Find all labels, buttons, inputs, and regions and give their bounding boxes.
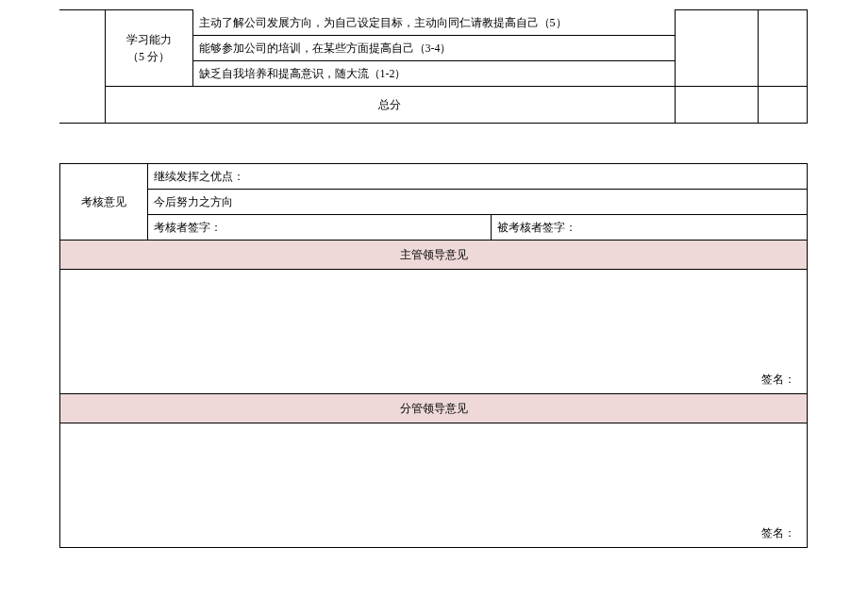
total-score-2 bbox=[759, 86, 808, 123]
strengths-cell: 继续发挥之优点： bbox=[148, 163, 808, 189]
criteria-cell: 主动了解公司发展方向，为自己设定目标，主动向同仁请教提高自己（5） 能够参加公司… bbox=[192, 10, 676, 87]
criteria-3: 缺乏自我培养和提高意识，随大流（1-2） bbox=[193, 60, 676, 86]
total-score-1 bbox=[676, 86, 759, 123]
strengths-row: 考核意见 继续发挥之优点： bbox=[60, 163, 808, 189]
supervisor-header: 主管领导意见 bbox=[60, 240, 808, 269]
direction-cell: 今后努力之方向 bbox=[148, 189, 808, 214]
assessor-sign-cell: 考核者签字： bbox=[148, 214, 492, 240]
scoring-table: 学习能力 （5 分） 主动了解公司发展方向，为自己设定目标，主动向同仁请教提高自… bbox=[59, 9, 808, 124]
ability-label-line1: 学习能力 bbox=[126, 33, 172, 46]
deputy-header-row: 分管领导意见 bbox=[60, 393, 808, 423]
criteria-1: 主动了解公司发展方向，为自己设定目标，主动向同仁请教提高自己（5） bbox=[193, 10, 676, 36]
ability-label-cell: 学习能力 （5 分） bbox=[105, 10, 192, 87]
supervisor-comment-row: 签名： bbox=[60, 269, 808, 393]
deputy-header: 分管领导意见 bbox=[60, 393, 808, 423]
deputy-comment-box: 签名： bbox=[60, 423, 808, 547]
score-col-2 bbox=[759, 10, 808, 87]
opinion-table: 考核意见 继续发挥之优点： 今后努力之方向 考核者签字： 被考核者签字： 主管领… bbox=[59, 163, 808, 548]
opinion-label: 考核意见 bbox=[60, 163, 148, 240]
supervisor-header-row: 主管领导意见 bbox=[60, 240, 808, 269]
left-gutter bbox=[59, 10, 105, 124]
criteria-2: 能够参加公司的培训，在某些方面提高自己（3-4） bbox=[193, 35, 676, 60]
signature-row: 考核者签字： 被考核者签字： bbox=[60, 214, 808, 240]
ability-label-line2: （5 分） bbox=[127, 50, 170, 63]
deputy-sign-label: 签名： bbox=[761, 524, 795, 541]
criteria-row: 学习能力 （5 分） 主动了解公司发展方向，为自己设定目标，主动向同仁请教提高自… bbox=[59, 10, 808, 87]
total-row: 总分 bbox=[59, 86, 808, 123]
deputy-comment-row: 签名： bbox=[60, 423, 808, 547]
total-label: 总分 bbox=[105, 86, 676, 123]
supervisor-comment-box: 签名： bbox=[60, 269, 808, 393]
direction-row: 今后努力之方向 bbox=[60, 189, 808, 214]
supervisor-sign-label: 签名： bbox=[761, 371, 795, 388]
assessee-sign-cell: 被考核者签字： bbox=[492, 214, 808, 240]
score-col-1 bbox=[676, 10, 759, 87]
